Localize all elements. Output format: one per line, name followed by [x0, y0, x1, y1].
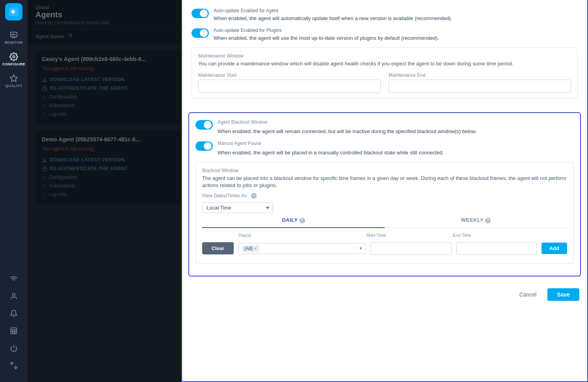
blackout-entry-row: Clear (All) × ▼	[202, 239, 567, 258]
maintenance-window-title: Maintenance Window	[198, 53, 571, 59]
bell-icon[interactable]	[7, 306, 21, 322]
start-time-input[interactable]	[371, 242, 451, 255]
auto-update-agent-label: Auto-update Enabled for Agent	[214, 8, 452, 13]
sidebar-item-configure[interactable]: CONFIGURE	[0, 48, 28, 70]
sidebar: MONITOR CONFIGURE QUALITY	[0, 0, 28, 382]
start-time-column-header: Start Time	[366, 233, 448, 237]
agent-blackout-toggle-row: Agent Blackout Window When enabled, the …	[195, 119, 574, 135]
auto-update-plugins-desc: When enabled, the agent will use the mos…	[214, 35, 439, 42]
maintenance-window-desc: You can provide a maintenance window whi…	[198, 60, 571, 67]
sidebar-label-monitor: MONITOR	[5, 41, 23, 45]
tab-daily[interactable]: DAILY ?	[202, 213, 385, 228]
sidebar-item-monitor[interactable]: MONITOR	[0, 27, 28, 48]
sidebar-label-quality: QUALITY	[6, 84, 22, 88]
agent-blackout-title: Agent Blackout Window	[218, 119, 477, 125]
cancel-button[interactable]: Cancel	[513, 288, 543, 301]
modal-top-section: Auto-update Enabled for Agent When enabl…	[182, 0, 587, 112]
main-content: Global Agents Used by connections to tra…	[28, 0, 588, 382]
timezone-select[interactable]: Local Time UTC Agent Time	[202, 202, 273, 213]
sidebar-item-quality[interactable]: QUALITY	[0, 70, 28, 92]
maintenance-window-box: Maintenance Window You can provide a mai…	[192, 47, 578, 98]
view-dates-row: View Dates/Times As: ?	[202, 193, 567, 198]
svg-point-4	[13, 56, 15, 58]
svg-point-6	[13, 293, 15, 296]
maintenance-start-group: Maintenance Start	[198, 72, 381, 93]
auto-update-agent-row: Auto-update Enabled for Agent When enabl…	[192, 8, 578, 22]
maintenance-end-input[interactable]	[389, 80, 571, 93]
chart-icon[interactable]	[7, 324, 21, 339]
app-logo[interactable]	[5, 3, 22, 20]
auto-update-agent-desc: When enabled, the agent will automatical…	[214, 15, 452, 22]
tab-daily-label: DAILY	[282, 217, 298, 223]
blackout-section: Agent Blackout Window When enabled, the …	[188, 112, 581, 276]
agent-blackout-toggle[interactable]	[195, 120, 213, 130]
maintenance-end-label: Maintenance End	[389, 72, 571, 78]
auto-update-plugins-label: Auto-update Enabled for Plugins	[214, 28, 439, 33]
end-time-group	[456, 242, 537, 255]
end-time-column-header: End Time	[453, 233, 535, 237]
tab-weekly[interactable]: WEEKLY ?	[385, 213, 567, 228]
days-column-header: Day(s)	[238, 233, 361, 237]
days-all-remove[interactable]: ×	[254, 246, 257, 251]
maintenance-start-input[interactable]	[198, 80, 381, 93]
end-time-input[interactable]	[456, 242, 537, 255]
modal-footer: Cancel Save	[182, 283, 587, 309]
auto-update-plugins-toggle[interactable]	[192, 28, 209, 38]
auto-update-plugins-row: Auto-update Enabled for Plugins When ena…	[192, 28, 578, 42]
blackout-window-desc: The agent can be placed into a blackout …	[202, 175, 567, 189]
save-button[interactable]: Save	[547, 288, 579, 301]
wifi-icon[interactable]	[7, 272, 21, 287]
days-dropdown-arrow[interactable]: ▼	[359, 246, 363, 250]
svg-rect-7	[11, 328, 17, 334]
manual-pause-toggle-row: Manual Agent Pause When enabled, the age…	[195, 141, 574, 156]
auto-update-agent-toggle[interactable]	[192, 9, 209, 18]
maintenance-start-label: Maintenance Start	[198, 72, 381, 78]
blackout-window-title: Blackout Window	[202, 168, 567, 173]
add-button[interactable]: Add	[541, 243, 567, 254]
days-all-label: (All)	[244, 246, 253, 251]
tab-weekly-label: WEEKLY	[461, 217, 484, 223]
power-icon[interactable]	[7, 341, 21, 357]
manual-pause-desc: When enabled, the agent will be placed i…	[218, 149, 444, 156]
agent-config-modal: Auto-update Enabled for Agent When enabl…	[181, 0, 588, 382]
view-dates-label: View Dates/Times As:	[202, 193, 248, 198]
clear-button[interactable]: Clear	[202, 242, 234, 254]
maintenance-end-group: Maintenance End	[389, 72, 571, 93]
manual-pause-toggle[interactable]	[195, 141, 213, 151]
agent-blackout-desc: When enabled, the agent will remain conn…	[218, 128, 477, 135]
blackout-tabs: DAILY ? WEEKLY ?	[202, 213, 567, 228]
view-dates-help-icon[interactable]: ?	[251, 193, 257, 198]
user-icon[interactable]	[7, 289, 21, 305]
sidebar-label-configure: CONFIGURE	[2, 62, 26, 66]
tab-weekly-help-icon[interactable]: ?	[485, 218, 491, 223]
tab-daily-help-icon[interactable]: ?	[300, 218, 305, 223]
blackout-window-box: Blackout Window The agent can be placed …	[195, 162, 574, 264]
arrows-icon[interactable]	[7, 358, 21, 374]
manual-pause-label: Manual Agent Pause	[218, 141, 444, 146]
days-all-tag: (All) ×	[242, 245, 259, 252]
start-time-group	[371, 242, 451, 255]
sidebar-bottom	[7, 272, 21, 379]
days-selector[interactable]: (All) × ▼	[238, 243, 366, 254]
svg-point-1	[13, 11, 15, 13]
